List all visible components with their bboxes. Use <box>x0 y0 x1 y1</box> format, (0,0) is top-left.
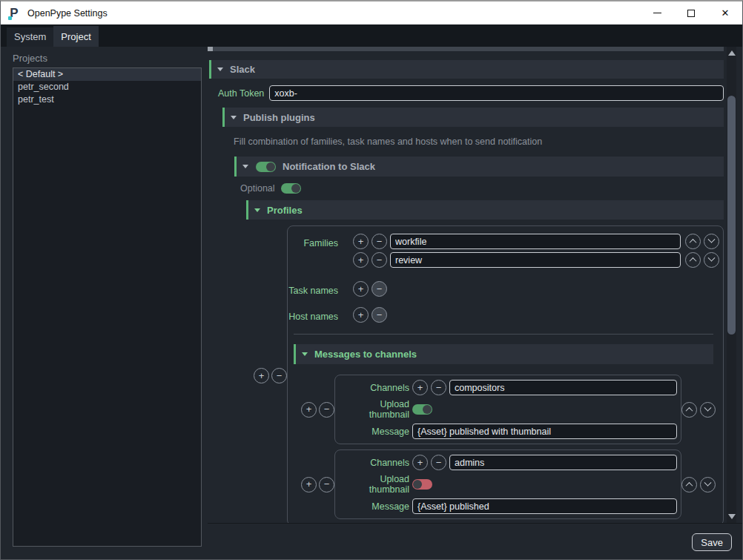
projects-title: Projects <box>13 53 202 64</box>
settings-content: Slack Auth Token Publish plugins Fill co… <box>208 47 742 560</box>
expander-arrow-icon <box>302 352 308 356</box>
chevron-down-icon <box>708 236 716 243</box>
message-row: Message <box>339 498 677 514</box>
remove-family-button[interactable]: − <box>372 252 387 268</box>
main-area: Projects < Default > petr_second petr_te… <box>1 47 742 560</box>
message-input[interactable] <box>412 424 677 439</box>
minimize-button[interactable] <box>640 1 674 24</box>
maximize-button[interactable] <box>674 1 708 24</box>
profile-item: + − Families + − <box>254 225 724 523</box>
message-item: + − Channels + − <box>301 375 719 444</box>
vertical-scrollbar[interactable] <box>727 47 736 523</box>
remove-message-button[interactable]: − <box>319 477 334 493</box>
upload-thumbnail-toggle[interactable] <box>412 404 432 415</box>
close-button[interactable]: ✕ <box>708 1 742 24</box>
window-title: OpenPype Settings <box>27 8 108 19</box>
add-profile-button[interactable]: + <box>254 368 269 383</box>
tab-system[interactable]: System <box>7 27 53 47</box>
project-item-petr-test[interactable]: petr_test <box>13 93 201 106</box>
remove-task-name-button[interactable]: − <box>372 281 387 297</box>
plugin-description: Fill combination of families, task names… <box>234 136 724 147</box>
upload-thumbnail-toggle[interactable] <box>412 479 432 490</box>
families-row: Families + − + <box>288 234 719 271</box>
message-item-actions: + − <box>301 477 334 493</box>
scroll-up-arrow-icon[interactable] <box>728 50 736 56</box>
move-down-button[interactable] <box>704 252 719 268</box>
profile-item-actions: + − <box>254 225 287 523</box>
optional-toggle[interactable] <box>281 183 301 194</box>
message-label: Message <box>339 501 409 512</box>
message-item-reorder <box>681 402 719 418</box>
channel-input[interactable] <box>449 380 677 395</box>
settings-scroll-area: Slack Auth Token Publish plugins Fill co… <box>208 47 742 523</box>
chevron-up-icon <box>690 239 697 246</box>
scrolled-header-partial-top <box>208 47 724 51</box>
project-item-petr-second[interactable]: petr_second <box>13 81 201 93</box>
add-host-name-button[interactable]: + <box>353 307 369 323</box>
project-item-default[interactable]: < Default > <box>13 68 201 81</box>
move-down-button[interactable] <box>700 477 716 493</box>
message-item-reorder <box>681 477 719 493</box>
task-names-row: Task names + − <box>288 281 719 297</box>
move-up-button[interactable] <box>681 402 697 418</box>
divider <box>294 334 713 335</box>
section-header-slack[interactable]: Slack <box>209 60 724 79</box>
optional-row: Optional <box>240 183 724 194</box>
add-channel-button[interactable]: + <box>412 455 428 470</box>
move-down-button[interactable] <box>700 402 716 418</box>
expander-arrow-icon <box>254 208 260 212</box>
message-card: Channels + − Upload thumbnail <box>334 375 681 444</box>
maximize-icon <box>687 10 695 17</box>
remove-family-button[interactable]: − <box>372 234 387 249</box>
save-button[interactable]: Save <box>692 533 732 551</box>
upload-thumbnail-row: Upload thumbnail <box>339 399 677 420</box>
move-down-button[interactable] <box>704 234 719 249</box>
notification-enabled-toggle[interactable] <box>256 162 276 172</box>
channels-label: Channels <box>339 383 409 393</box>
chevron-down-icon <box>704 478 712 486</box>
host-names-row: Host names + − <box>288 307 719 323</box>
add-family-button[interactable]: + <box>353 234 369 249</box>
add-message-button[interactable]: + <box>301 477 317 493</box>
add-family-button[interactable]: + <box>353 252 369 268</box>
scroll-down-arrow-icon[interactable] <box>728 514 736 519</box>
move-up-button[interactable] <box>681 477 697 493</box>
move-up-button[interactable] <box>685 252 701 268</box>
auth-token-input[interactable] <box>269 85 724 101</box>
channels-label: Channels <box>339 458 409 468</box>
message-input[interactable] <box>412 498 677 514</box>
message-row: Message <box>339 424 677 439</box>
minimize-icon <box>653 13 661 13</box>
message-card: Channels + − Upload thumbnail <box>334 449 681 519</box>
project-list[interactable]: < Default > petr_second petr_test <box>13 67 202 547</box>
section-header-publish-plugins[interactable]: Publish plugins <box>222 108 724 127</box>
chevron-down-icon <box>708 254 716 262</box>
channels-row: Channels + − <box>339 455 677 470</box>
optional-label: Optional <box>240 183 275 194</box>
add-message-button[interactable]: + <box>301 402 317 418</box>
profile-box: Families + − + <box>287 225 724 523</box>
remove-message-button[interactable]: − <box>319 402 334 418</box>
expander-arrow-icon <box>217 67 223 71</box>
add-channel-button[interactable]: + <box>412 380 428 395</box>
move-up-button[interactable] <box>685 234 701 249</box>
add-task-name-button[interactable]: + <box>353 281 369 297</box>
channel-input[interactable] <box>449 455 677 470</box>
scrollbar-thumb[interactable] <box>727 96 736 335</box>
auth-token-row: Auth Token <box>218 85 724 101</box>
remove-host-name-button[interactable]: − <box>372 307 387 323</box>
expander-arrow-icon <box>231 116 237 119</box>
remove-channel-button[interactable]: − <box>431 380 446 395</box>
upload-thumbnail-label: Upload thumbnail <box>339 474 409 495</box>
section-header-messages[interactable]: Messages to channels <box>294 344 713 364</box>
family-input[interactable] <box>390 234 681 249</box>
upload-thumbnail-row: Upload thumbnail <box>339 474 677 495</box>
remove-profile-button[interactable]: − <box>271 368 287 383</box>
tab-project[interactable]: Project <box>53 26 98 47</box>
section-header-notification[interactable]: Notification to Slack <box>234 157 724 177</box>
message-item: + − Channels + − <box>301 449 719 519</box>
family-input[interactable] <box>390 252 681 268</box>
section-header-profiles[interactable]: Profiles <box>246 200 724 220</box>
openpype-logo-icon: P <box>7 6 22 21</box>
remove-channel-button[interactable]: − <box>431 455 446 470</box>
